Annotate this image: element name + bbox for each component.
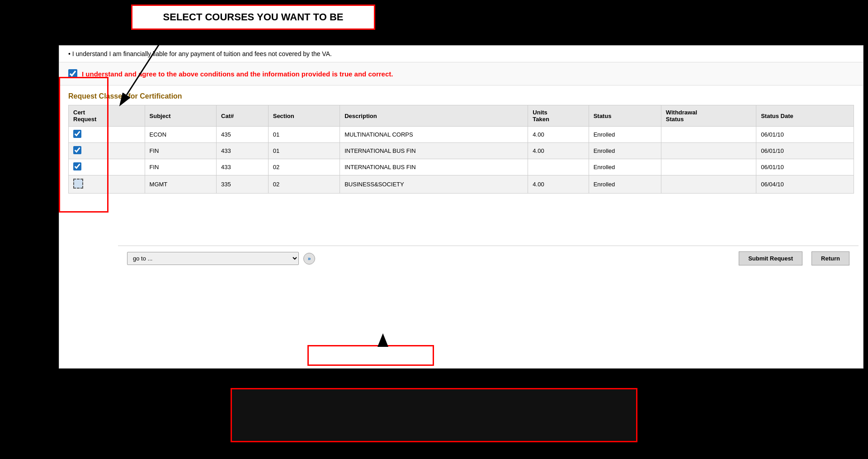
row-0-section: 01 (268, 127, 340, 143)
row-3-units: 4.00 (528, 175, 589, 194)
row-2-status: Enrolled (589, 159, 661, 175)
row-3-cert-cell (69, 175, 145, 194)
row-1-statusDate: 06/01/10 (756, 143, 854, 159)
col-units: UnitsTaken (528, 105, 589, 127)
row-2-checkbox[interactable] (73, 162, 81, 170)
row-2-description: INTERNATIONAL BUS FIN (340, 159, 528, 175)
row-1-subject: FIN (145, 143, 216, 159)
row-0-description: MULTINATIONAL CORPS (340, 127, 528, 143)
row-1-description: INTERNATIONAL BUS FIN (340, 143, 528, 159)
bottom-annotation-box (231, 388, 637, 442)
page-title-box: SELECT COURSES YOU WANT TO BE (131, 5, 375, 30)
row-0-checkbox[interactable] (73, 130, 81, 138)
row-3-statusDate: 06/04/10 (756, 175, 854, 194)
col-description: Description (340, 105, 528, 127)
row-3-withdrawal (661, 175, 756, 194)
table-row: MGMT33502BUSINESS&SOCIETY4.00Enrolled06/… (69, 175, 854, 194)
bottom-controls: go to ... » Submit Request Return (118, 246, 859, 271)
row-2-statusDate: 06/01/10 (756, 159, 854, 175)
notice-bullet: • (68, 50, 71, 57)
row-1-section: 01 (268, 143, 340, 159)
goto-button[interactable]: » (303, 253, 315, 265)
row-3-description: BUSINESS&SOCIETY (340, 175, 528, 194)
row-1-units: 4.00 (528, 143, 589, 159)
row-3-section: 02 (268, 175, 340, 194)
row-3-cat: 335 (217, 175, 269, 194)
row-2-units (528, 159, 589, 175)
row-2-cat: 433 (217, 159, 269, 175)
return-button[interactable]: Return (811, 251, 849, 265)
goto-select[interactable]: go to ... (127, 252, 299, 265)
col-status-date: Status Date (756, 105, 854, 127)
annotation-arrow (113, 27, 203, 118)
submit-arrow (377, 333, 388, 347)
row-2-cert-cell (69, 159, 145, 175)
table-row: FIN43302INTERNATIONAL BUS FINEnrolled06/… (69, 159, 854, 175)
svg-line-1 (127, 32, 167, 95)
row-0-cert-cell (69, 127, 145, 143)
row-0-statusDate: 06/01/10 (756, 127, 854, 143)
col-withdrawal: WithdrawalStatus (661, 105, 756, 127)
row-3-status: Enrolled (589, 175, 661, 194)
cert-table: CertRequest Subject Cat# Section Descrip… (68, 105, 854, 194)
row-2-section: 02 (268, 159, 340, 175)
agreement-checkbox[interactable] (68, 69, 77, 78)
submit-request-button[interactable]: Submit Request (739, 251, 802, 265)
row-1-checkbox[interactable] (73, 146, 81, 154)
row-1-status: Enrolled (589, 143, 661, 159)
row-0-withdrawal (661, 127, 756, 143)
row-3-subject: MGMT (145, 175, 216, 194)
row-1-withdrawal (661, 143, 756, 159)
col-section: Section (268, 105, 340, 127)
row-2-subject: FIN (145, 159, 216, 175)
table-row: FIN43301INTERNATIONAL BUS FIN4.00Enrolle… (69, 143, 854, 159)
page-title: SELECT COURSES YOU WANT TO BE (142, 11, 365, 23)
col-cat: Cat# (217, 105, 269, 127)
row-1-cert-cell (69, 143, 145, 159)
row-0-status: Enrolled (589, 127, 661, 143)
row-0-cat: 435 (217, 127, 269, 143)
row-2-withdrawal (661, 159, 756, 175)
row-0-units: 4.00 (528, 127, 589, 143)
row-0-subject: ECON (145, 127, 216, 143)
table-row: ECON43501MULTINATIONAL CORPS4.00Enrolled… (69, 127, 854, 143)
row-3-dashed-checkbox[interactable] (73, 179, 83, 189)
bottom-bar (0, 371, 868, 459)
row-1-cat: 433 (217, 143, 269, 159)
col-status: Status (589, 105, 661, 127)
